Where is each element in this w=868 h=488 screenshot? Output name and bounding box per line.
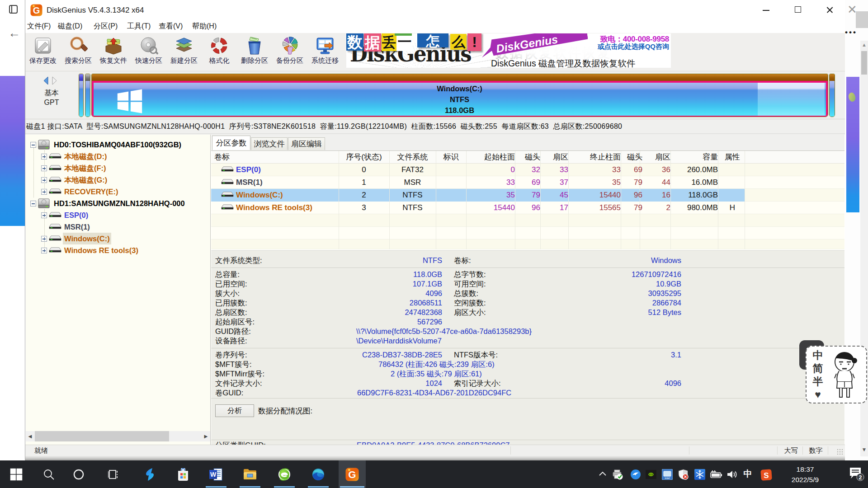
tree-item--d-[interactable]: 本地磁盘(D:) [26, 150, 210, 162]
toolbar-new-partition-button[interactable]: 新建分区 [166, 34, 202, 70]
file-explorer-button[interactable] [236, 460, 264, 488]
tray-security-icon[interactable] [678, 469, 689, 480]
tray-sogou-icon[interactable]: S [760, 469, 771, 480]
column-header-7[interactable]: 终止柱面 [571, 151, 621, 164]
column-header-5[interactable]: 磁头 [518, 151, 540, 164]
toolbar-delete-partition-button[interactable]: 删除分区 [237, 34, 272, 70]
scroll-down-icon[interactable]: ▼ [861, 446, 868, 453]
tree-item-label[interactable]: ESP(0) [64, 209, 88, 221]
tree-horizontal-scrollbar[interactable]: ◄ ► [26, 431, 210, 441]
expand-icon[interactable] [41, 248, 47, 253]
next-disk-icon[interactable] [52, 76, 58, 85]
start-button[interactable] [2, 460, 30, 488]
analyze-button[interactable]: 分析 [215, 404, 254, 417]
tray-ime-indicator[interactable]: 中 [741, 468, 754, 480]
tray-battery-icon[interactable] [710, 469, 721, 480]
back-arrow-icon[interactable]: ← [8, 26, 22, 40]
tab-sector-edit[interactable]: 扇区编辑 [288, 137, 325, 150]
toolbar-migrate-button[interactable]: 系统迁移 [307, 34, 343, 70]
scroll-right-icon[interactable]: ► [202, 431, 210, 441]
expand-icon[interactable] [41, 236, 47, 242]
notification-center-button[interactable]: 2 [849, 467, 864, 483]
toolbar-save-button[interactable]: 保存更改 [25, 34, 61, 70]
tray-printer-icon[interactable] [612, 469, 623, 480]
table-row-windows-re-tools-3-[interactable]: Windows RE tools(3)3NTFS1544096171556579… [211, 202, 844, 214]
tab-browse-files[interactable]: 浏览文件 [251, 137, 288, 150]
tray-nvidia-icon[interactable] [646, 469, 656, 480]
menu-item-5[interactable]: 帮助(H) [192, 20, 217, 33]
toolbar-format-button[interactable]: 格式化 [202, 34, 237, 70]
collapse-icon[interactable] [30, 142, 36, 148]
toolbar-recover-button[interactable]: 恢复文件 [96, 34, 131, 70]
tray-freeze-icon[interactable] [694, 469, 705, 480]
tree-item-label[interactable]: MSR(1) [64, 221, 90, 233]
cell-volume-label[interactable]: Windows RE tools(3) [236, 202, 337, 214]
partition-bar-msr[interactable] [85, 74, 91, 117]
menu-item-2[interactable]: 分区(P) [94, 20, 118, 33]
tree-item--f-[interactable]: 本地磁盘(F:) [26, 162, 210, 174]
word-button[interactable]: W [202, 460, 230, 488]
tray-intel-icon[interactable]: intel [662, 469, 673, 480]
table-row-windows-c-[interactable]: Windows(C:)2NTFS357945154409616118.0GB [211, 189, 844, 202]
tree-item-label[interactable]: 本地磁盘(G:) [64, 174, 107, 186]
tree-item-label[interactable]: HD0:TOSHIBAMQ04ABF100(932GB) [54, 139, 181, 150]
tree-item-label[interactable]: HD1:SAMSUNGMZNLN128HAHQ-000 [54, 197, 185, 209]
expand-icon[interactable] [41, 189, 47, 195]
column-header-3[interactable]: 标识 [436, 151, 466, 164]
tray-volume-icon[interactable] [726, 469, 737, 480]
banner-qq-link[interactable]: 或点击此处选择QQ咨询 [590, 42, 669, 51]
edge-button[interactable] [304, 460, 332, 488]
tree-item-recovery-e-[interactable]: RECOVERY(E:) [26, 186, 210, 197]
column-header-1[interactable]: 序号(状态) [339, 151, 389, 164]
cell-volume-label[interactable]: Windows(C:) [236, 189, 337, 202]
column-header-0[interactable]: 卷标 [214, 151, 337, 164]
close-button[interactable] [814, 0, 845, 20]
browser-sidebar-icon[interactable] [9, 5, 18, 14]
menu-item-4[interactable]: 查看(V) [159, 20, 183, 33]
prev-disk-icon[interactable] [42, 76, 49, 85]
expand-icon[interactable] [41, 165, 47, 171]
minimize-button[interactable] [751, 0, 782, 20]
tray-thunder-icon[interactable] [630, 469, 641, 480]
tree-item-windows-re-tools-3-[interactable]: Windows RE tools(3) [26, 244, 210, 256]
resize-grip[interactable] [837, 449, 843, 455]
thunder-app-button[interactable] [136, 460, 164, 488]
column-header-6[interactable]: 扇区 [543, 151, 568, 164]
column-header-8[interactable]: 磁头 [623, 151, 642, 164]
cell-volume-label[interactable]: ESP(0) [236, 164, 337, 176]
scroll-up-icon[interactable]: ▲ [861, 42, 867, 48]
tray-chevron-icon[interactable] [598, 469, 609, 480]
expand-icon[interactable] [41, 212, 47, 218]
tree-item-label[interactable]: 本地磁盘(D:) [64, 150, 107, 162]
cortana-button[interactable] [65, 460, 93, 488]
background-scrollbar-thumb[interactable] [861, 51, 867, 75]
taskbar-clock[interactable]: 18:37 2022/5/9 [784, 464, 826, 485]
collapse-icon[interactable] [30, 201, 36, 206]
partition-bar-re-tools[interactable] [829, 74, 835, 117]
tree-item-hd1-samsungmznln128hahq-000[interactable]: HD1:SAMSUNGMZNLN128HAHQ-000 [26, 197, 210, 209]
tree-item-esp-0-[interactable]: ESP(0) [26, 209, 210, 221]
tree-item-msr-1-[interactable]: MSR(1) [26, 221, 210, 233]
task-view-button[interactable] [100, 460, 128, 488]
expand-icon[interactable] [41, 177, 47, 183]
menu-item-3[interactable]: 工具(T) [127, 20, 151, 33]
tree-item-label[interactable]: Windows RE tools(3) [64, 244, 138, 256]
toolbar-backup-partition-button[interactable]: 备份分区 [272, 34, 307, 70]
tree-item-label[interactable]: 本地磁盘(F:) [64, 162, 106, 174]
tree-item-windows-c-[interactable]: Windows(C:) [26, 233, 210, 244]
tree-item-hd0-toshibamq04abf100-932gb-[interactable]: HD0:TOSHIBAMQ04ABF100(932GB) [26, 139, 210, 150]
menu-item-0[interactable]: 文件(F) [27, 20, 51, 33]
scroll-left-icon[interactable]: ◄ [26, 431, 34, 441]
cell-volume-label[interactable]: MSR(1) [236, 176, 337, 189]
partition-bar-esp[interactable] [79, 74, 84, 117]
tab-partition-params[interactable]: 分区参数 [212, 136, 250, 150]
store-button[interactable] [169, 460, 197, 488]
partition-bar-windows-c[interactable]: Windows(C:) NTFS 118.0GB [91, 74, 828, 117]
toolbar-search-button[interactable]: 搜索分区 [61, 34, 96, 70]
maximize-button[interactable] [783, 0, 814, 20]
taskbar-search-button[interactable] [35, 460, 63, 488]
expand-icon[interactable] [41, 154, 47, 160]
tree-item-label[interactable]: Windows(C:) [63, 233, 111, 244]
column-header-9[interactable]: 扇区 [645, 151, 670, 164]
menu-item-1[interactable]: 磁盘(D) [58, 20, 82, 33]
